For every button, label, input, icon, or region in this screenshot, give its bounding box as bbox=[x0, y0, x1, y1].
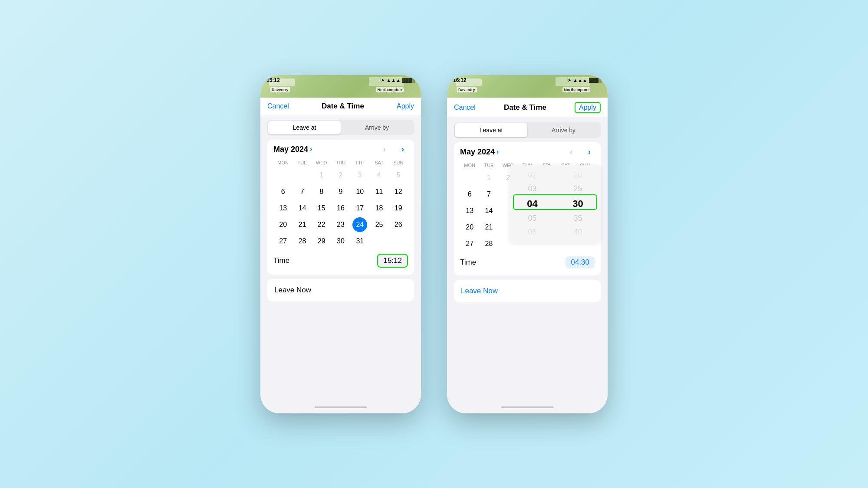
cal-day-11[interactable]: 11 bbox=[372, 184, 387, 199]
next-month-left[interactable]: › bbox=[398, 145, 408, 154]
map-preview-left: 15:12 ➤ ▲▲▲ ▓▓▓▒ Daventry Northampton bbox=[260, 75, 421, 98]
cal-day-5[interactable]: 5 bbox=[391, 168, 406, 183]
battery-icon: ▓▓▓▒ bbox=[402, 78, 415, 82]
cal-day-1[interactable]: 1 bbox=[314, 168, 329, 183]
cal-day-13[interactable]: 13 bbox=[276, 201, 290, 216]
r-day-27[interactable]: 27 bbox=[462, 236, 477, 251]
hour-02: 02 bbox=[528, 168, 536, 182]
r-day-6[interactable]: 6 bbox=[462, 187, 477, 202]
cal-day-7[interactable]: 7 bbox=[295, 184, 309, 199]
map-label-daventry: Daventry bbox=[270, 87, 290, 92]
hour-05: 05 bbox=[528, 212, 536, 226]
status-time-left: 15:12 bbox=[266, 77, 280, 83]
prev-month-right[interactable]: ‹ bbox=[566, 147, 576, 157]
time-picker-right[interactable]: 02 03 04 05 06 20 25 30 35 40 bbox=[510, 165, 601, 243]
r-day-14[interactable]: 14 bbox=[481, 203, 496, 218]
apply-button-right[interactable]: Apply bbox=[575, 102, 601, 113]
month-header-right: May 2024 › ‹ › bbox=[460, 147, 595, 157]
cal-day-22[interactable]: 22 bbox=[314, 217, 329, 232]
dow-tue: TUE bbox=[293, 158, 312, 167]
calendar-grid-left: MON TUE WED THU FRI SAT SUN 1 2 3 4 5 6 … bbox=[273, 158, 408, 249]
cal-day-2[interactable]: 2 bbox=[333, 168, 348, 183]
min-35: 35 bbox=[573, 212, 582, 226]
page-title-right: Date & Time bbox=[504, 103, 546, 112]
hours-col[interactable]: 02 03 04 05 06 bbox=[510, 168, 555, 239]
minutes-col[interactable]: 20 25 30 35 40 bbox=[555, 168, 601, 239]
page-title-left: Date & Time bbox=[322, 102, 364, 111]
r-day-20[interactable]: 20 bbox=[462, 220, 477, 235]
cal-day-17[interactable]: 17 bbox=[352, 201, 367, 216]
r-day-7[interactable]: 7 bbox=[481, 187, 496, 202]
segment-leave-at-right[interactable]: Leave at bbox=[455, 123, 527, 137]
r-dow-mon: MON bbox=[460, 161, 479, 170]
status-bar-left: 15:12 ➤ ▲▲▲ ▓▓▓▒ bbox=[260, 75, 421, 85]
cal-day-3[interactable]: 3 bbox=[352, 168, 367, 183]
segment-leave-at-left[interactable]: Leave at bbox=[268, 121, 341, 134]
cal-day-27[interactable]: 27 bbox=[276, 234, 290, 249]
calendar-right: May 2024 › ‹ › MON TUE WED THU FRI SAT S… bbox=[454, 142, 601, 275]
cal-day-28[interactable]: 28 bbox=[295, 234, 309, 249]
month-nav-right: ‹ › bbox=[566, 147, 595, 157]
prev-month-left[interactable]: ‹ bbox=[379, 145, 390, 154]
cal-day-31[interactable]: 31 bbox=[352, 234, 367, 249]
right-phone: 16:12 ➤ ▲▲▲ ▓▓▓▒ Daventry Northampton Ca… bbox=[447, 75, 608, 413]
dow-sat: SAT bbox=[369, 158, 388, 167]
segment-arrive-by-right[interactable]: Arrive by bbox=[527, 123, 600, 137]
wifi-icon-right: ▲▲▲ bbox=[573, 78, 587, 83]
apply-button-left[interactable]: Apply bbox=[397, 102, 414, 110]
cancel-button-right[interactable]: Cancel bbox=[454, 104, 476, 111]
r-day-13[interactable]: 13 bbox=[462, 203, 477, 218]
right-content: Cancel Date & Time Apply Leave at Arrive… bbox=[447, 98, 608, 401]
cal-day-14[interactable]: 14 bbox=[295, 201, 309, 216]
leave-now-left[interactable]: Leave Now bbox=[267, 279, 414, 301]
cal-day-12[interactable]: 12 bbox=[391, 184, 406, 199]
map-label-northampton-right: Northampton bbox=[562, 87, 591, 92]
cal-day-empty3 bbox=[372, 234, 387, 249]
hour-03: 03 bbox=[528, 182, 536, 196]
min-25: 25 bbox=[573, 182, 582, 196]
map-preview-right: 16:12 ➤ ▲▲▲ ▓▓▓▒ Daventry Northampton bbox=[447, 75, 608, 98]
cal-day-4[interactable]: 4 bbox=[372, 168, 387, 183]
r-empty1 bbox=[462, 170, 477, 185]
month-title-left[interactable]: May 2024 › bbox=[273, 145, 312, 154]
cal-day-19[interactable]: 19 bbox=[391, 201, 406, 216]
cal-day-16[interactable]: 16 bbox=[333, 201, 348, 216]
cal-day-21[interactable]: 21 bbox=[295, 217, 309, 232]
hour-04-selected: 04 bbox=[527, 196, 537, 212]
segment-arrive-by-left[interactable]: Arrive by bbox=[341, 121, 413, 134]
cal-day-26[interactable]: 26 bbox=[391, 217, 406, 232]
cal-day-9[interactable]: 9 bbox=[333, 184, 348, 199]
cal-day-23[interactable]: 23 bbox=[333, 217, 348, 232]
cal-day-18[interactable]: 18 bbox=[372, 201, 387, 216]
dow-thu: THU bbox=[331, 158, 350, 167]
dow-wed: WED bbox=[312, 158, 331, 167]
cal-day-20[interactable]: 20 bbox=[276, 217, 290, 232]
r-day-28[interactable]: 28 bbox=[481, 236, 496, 251]
cal-day-29[interactable]: 29 bbox=[314, 234, 329, 249]
map-label-northampton: Northampton bbox=[376, 87, 404, 92]
time-row-left: Time 15:12 bbox=[273, 249, 408, 269]
month-title-right[interactable]: May 2024 › bbox=[460, 147, 499, 157]
r-day-1[interactable]: 1 bbox=[481, 170, 496, 185]
leave-now-right[interactable]: Leave Now bbox=[454, 280, 601, 302]
cal-day-10[interactable]: 10 bbox=[352, 184, 367, 199]
cal-day-30[interactable]: 30 bbox=[333, 234, 348, 249]
cal-day-empty4 bbox=[391, 234, 406, 249]
cal-day-6[interactable]: 6 bbox=[276, 184, 290, 199]
cal-day-8[interactable]: 8 bbox=[314, 184, 329, 199]
cal-day-15[interactable]: 15 bbox=[314, 201, 329, 216]
r-dow-tue: TUE bbox=[479, 161, 498, 170]
r-day-21[interactable]: 21 bbox=[481, 220, 496, 235]
segment-control-left: Leave at Arrive by bbox=[267, 120, 414, 135]
dow-mon: MON bbox=[273, 158, 293, 167]
left-header: Cancel Date & Time Apply bbox=[260, 98, 421, 115]
cal-day-24-selected[interactable]: 24 bbox=[352, 217, 367, 232]
next-month-right[interactable]: › bbox=[584, 147, 595, 157]
cancel-button-left[interactable]: Cancel bbox=[267, 102, 289, 110]
time-value-right[interactable]: 04:30 bbox=[566, 256, 595, 269]
min-30-selected: 30 bbox=[572, 196, 583, 212]
cal-day-empty2 bbox=[295, 168, 309, 183]
cal-day-25[interactable]: 25 bbox=[372, 217, 387, 232]
location-icon-right: ➤ bbox=[568, 78, 571, 82]
time-value-left[interactable]: 15:12 bbox=[377, 254, 408, 268]
